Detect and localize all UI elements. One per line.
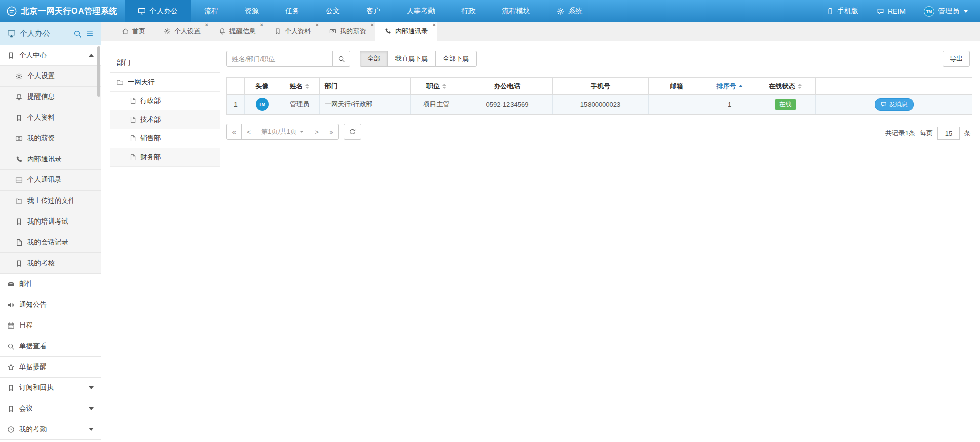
user-name: 管理员 <box>938 7 959 16</box>
online-status-cell: 在线 <box>755 95 816 114</box>
sidebar-item-subscription-receipt[interactable]: 订阅和回执 <box>0 378 101 398</box>
filter-all-subordinates-button[interactable]: 全部下属 <box>435 51 477 67</box>
department-panel: 部门 一网天行 行政部 技术部 销售部 财务部 <box>110 53 220 352</box>
sidebar-item-personal-center[interactable]: 个人中心 <box>0 45 101 66</box>
tab-reminder-info[interactable]: 提醒信息 × <box>210 22 265 41</box>
close-icon[interactable]: × <box>371 22 374 28</box>
refresh-button[interactable] <box>344 124 361 140</box>
close-icon[interactable]: × <box>260 22 263 28</box>
send-message-button[interactable]: 发消息 <box>875 98 914 111</box>
column-header-avatar: 头像 <box>245 78 280 94</box>
sidebar-item-personal-contacts[interactable]: 个人通讯录 <box>0 170 101 191</box>
tab-my-salary[interactable]: 我的薪资 × <box>320 22 375 41</box>
caret-down-icon <box>89 428 94 431</box>
menu-item-resources[interactable]: 资源 <box>231 0 272 22</box>
sidebar-title: 个人办公 <box>20 29 69 39</box>
column-header-online-status[interactable]: 在线状态 <box>755 78 816 94</box>
sidebar-search-icon[interactable] <box>73 30 82 38</box>
sidebar-item-personal-profile[interactable]: 个人资料 <box>0 107 101 128</box>
record-summary: 共记录1条 每页 条 <box>885 127 971 140</box>
sidebar-item-meeting[interactable]: 会议 <box>0 398 101 419</box>
bookmark-icon <box>7 405 15 413</box>
column-header-office-phone: 办公电话 <box>462 78 553 94</box>
column-header-sort-order[interactable]: 排序号 <box>704 78 755 94</box>
tree-item-tech-dept[interactable]: 技术部 <box>110 110 220 129</box>
avatar-cell: TM <box>245 95 280 114</box>
close-icon[interactable]: × <box>205 22 208 28</box>
chat-icon <box>877 8 884 15</box>
search-button[interactable] <box>332 51 350 67</box>
sidebar-item-document-view[interactable]: 单据查看 <box>0 336 101 357</box>
export-button[interactable]: 导出 <box>943 51 970 67</box>
app-brand: 北京一网天行OA管理系统 <box>0 0 125 22</box>
search-icon <box>7 343 15 350</box>
navbar-right: 手机版 REIM TM 管理员 <box>827 0 980 22</box>
sidebar-item-reminder-info[interactable]: 提醒信息 <box>0 87 101 107</box>
row-index-cell: 1 <box>227 95 245 114</box>
sort-icon <box>798 84 802 89</box>
avatar: TM <box>256 98 269 111</box>
column-header-mobile: 手机号 <box>553 78 649 94</box>
filter-direct-subordinates-button[interactable]: 我直属下属 <box>387 51 436 67</box>
tree-item-sales-dept[interactable]: 销售部 <box>110 129 220 148</box>
menu-item-documents[interactable]: 公文 <box>312 0 353 22</box>
sidebar-item-personal-settings[interactable]: 个人设置 <box>0 66 101 87</box>
bookmark-icon <box>7 52 15 59</box>
menu-item-workflow[interactable]: 流程 <box>191 0 231 22</box>
sidebar-item-internal-contacts[interactable]: 内部通讯录 <box>0 149 101 170</box>
tree-item-finance-dept[interactable]: 财务部 <box>110 148 220 167</box>
app-title: 北京一网天行OA管理系统 <box>21 6 117 17</box>
table-row[interactable]: 1 TM 管理员 一网天行/行政部 项目主管 0592-1234569 1580… <box>227 95 972 114</box>
mobile-version-link[interactable]: 手机版 <box>827 7 858 16</box>
sidebar-menu-icon[interactable] <box>86 30 94 38</box>
reim-link[interactable]: REIM <box>877 7 906 15</box>
close-icon[interactable]: × <box>316 22 319 28</box>
user-menu[interactable]: TM 管理员 <box>924 6 968 17</box>
sidebar-item-announcements[interactable]: 通知公告 <box>0 294 101 315</box>
first-page-button[interactable]: « <box>226 124 242 140</box>
filter-all-button[interactable]: 全部 <box>360 51 388 67</box>
sidebar-item-my-training-exams[interactable]: 我的培训考试 <box>0 211 101 232</box>
per-page-input[interactable] <box>937 127 960 140</box>
sidebar-item-my-session-records[interactable]: 我的会话记录 <box>0 232 101 253</box>
menu-item-customers[interactable]: 客户 <box>353 0 394 22</box>
column-header-name[interactable]: 姓名 <box>280 78 320 94</box>
chevron-down-icon <box>300 131 304 133</box>
sidebar-item-my-attendance[interactable]: 我的考勤 <box>0 419 101 440</box>
money-icon <box>329 28 336 35</box>
sidebar-item-my-uploaded-files[interactable]: 我上传过的文件 <box>0 191 101 211</box>
page-select-button[interactable]: 第1页/共1页 <box>256 124 309 140</box>
sidebar-scrollbar[interactable] <box>97 46 100 97</box>
menu-item-personal-office[interactable]: 个人办公 <box>125 0 191 22</box>
menu-item-hr-attendance[interactable]: 人事考勤 <box>394 0 448 22</box>
department-tree: 一网天行 行政部 技术部 销售部 财务部 <box>110 73 220 167</box>
contacts-table: 头像 姓名 部门 职位 办公电话 手机号 邮箱 排序号 在线状态 1 TM 管理… <box>226 77 972 115</box>
sidebar-item-my-salary[interactable]: 我的薪资 <box>0 128 101 149</box>
sidebar-item-my-assessment[interactable]: 我的考核 <box>0 253 101 274</box>
tree-item-admin-dept[interactable]: 行政部 <box>110 92 220 110</box>
tab-internal-contacts[interactable]: 内部通讯录 × <box>375 22 437 41</box>
tab-home[interactable]: 首页 <box>112 22 154 41</box>
menu-item-administration[interactable]: 行政 <box>448 0 489 22</box>
sort-icon <box>305 84 309 89</box>
menu-item-system[interactable]: 系统 <box>543 0 596 22</box>
tab-personal-settings[interactable]: 个人设置 × <box>154 22 210 41</box>
column-header-position[interactable]: 职位 <box>411 78 462 94</box>
search-input[interactable] <box>226 51 333 67</box>
next-page-button[interactable]: > <box>309 124 324 140</box>
menu-item-tasks[interactable]: 任务 <box>272 0 312 22</box>
sidebar-item-mail[interactable]: 邮件 <box>0 274 101 294</box>
actions-cell: 发消息 <box>816 95 972 114</box>
sidebar-item-document-reminder[interactable]: 单据提醒 <box>0 357 101 378</box>
last-page-button[interactable]: » <box>324 124 339 140</box>
gear-icon <box>15 72 23 80</box>
tree-item-root[interactable]: 一网天行 <box>110 73 220 92</box>
sidebar-item-schedule[interactable]: 日程 <box>0 315 101 336</box>
main-menu: 个人办公 流程 资源 任务 公文 客户 人事考勤 行政 流程模块 系统 <box>125 0 596 22</box>
prev-page-button[interactable]: < <box>241 124 256 140</box>
menu-item-workflow-module[interactable]: 流程模块 <box>489 0 543 22</box>
close-icon[interactable]: × <box>433 22 436 28</box>
tab-personal-profile[interactable]: 个人资料 × <box>265 22 320 41</box>
speaker-icon <box>7 301 15 309</box>
department-cell: 一网天行/行政部 <box>320 95 411 114</box>
